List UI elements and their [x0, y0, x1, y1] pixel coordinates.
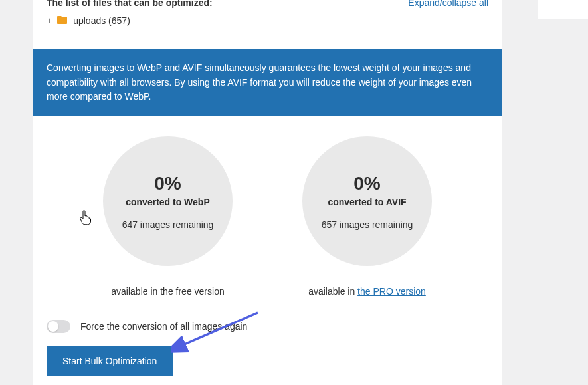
files-title: The list of files that can be optimized:: [47, 0, 213, 8]
avif-availability: available in the PRO version: [294, 286, 441, 297]
webp-progress-circle: 0% converted to WebP 647 images remainin…: [103, 136, 233, 266]
webp-stat-block: 0% converted to WebP 647 images remainin…: [95, 136, 241, 297]
webp-remaining: 647 images remaining: [122, 219, 214, 230]
webp-availability: available in the free version: [95, 286, 241, 297]
toggle-knob: [48, 321, 58, 332]
avif-label: converted to AVIF: [328, 197, 406, 207]
sidebar-block: [538, 0, 588, 19]
expand-collapse-link[interactable]: Expand/collapse all: [408, 0, 488, 8]
start-bulk-optimization-button[interactable]: Start Bulk Optimization: [47, 346, 173, 376]
plus-icon: +: [47, 15, 52, 26]
files-header: The list of files that can be optimized:…: [33, 0, 502, 8]
avif-percent: 0%: [353, 173, 380, 194]
files-row[interactable]: + uploads (657): [33, 8, 502, 36]
info-banner: Converting images to WebP and AVIF simul…: [33, 49, 502, 116]
main-panel: The list of files that can be optimized:…: [33, 0, 502, 385]
avif-availability-prefix: available in: [308, 286, 357, 297]
stats-row: 0% converted to WebP 647 images remainin…: [33, 136, 502, 297]
avif-progress-circle: 0% converted to AVIF 657 images remainin…: [302, 136, 432, 266]
avif-stat-block: 0% converted to AVIF 657 images remainin…: [294, 136, 441, 297]
webp-percent: 0%: [154, 173, 181, 194]
force-toggle[interactable]: [47, 320, 70, 333]
folder-icon: [57, 15, 68, 26]
folder-label: uploads (657): [73, 15, 130, 26]
avif-remaining: 657 images remaining: [322, 219, 413, 230]
force-toggle-row: Force the conversion of all images again: [33, 320, 502, 333]
webp-label: converted to WebP: [126, 197, 210, 207]
pro-version-link[interactable]: the PRO version: [357, 286, 426, 297]
force-toggle-label: Force the conversion of all images again: [80, 321, 247, 332]
